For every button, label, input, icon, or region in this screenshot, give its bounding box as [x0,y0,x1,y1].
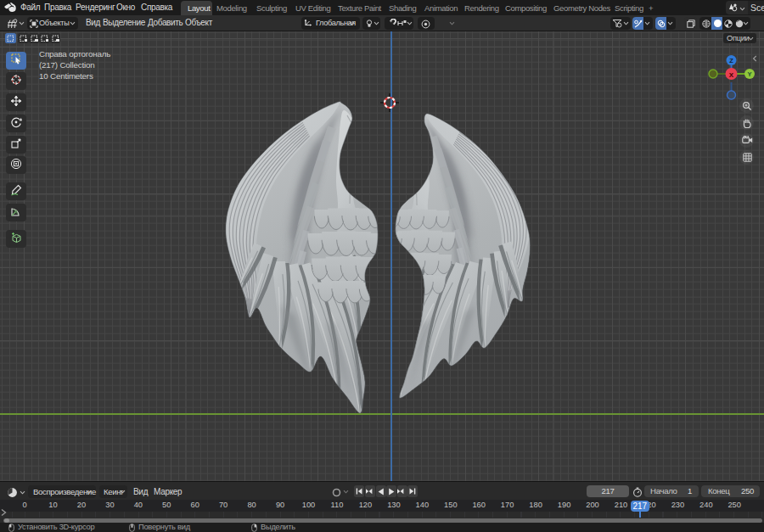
svg-text:Z: Z [729,57,733,64]
svg-text:Y: Y [747,70,751,78]
svg-text:X: X [729,71,734,79]
